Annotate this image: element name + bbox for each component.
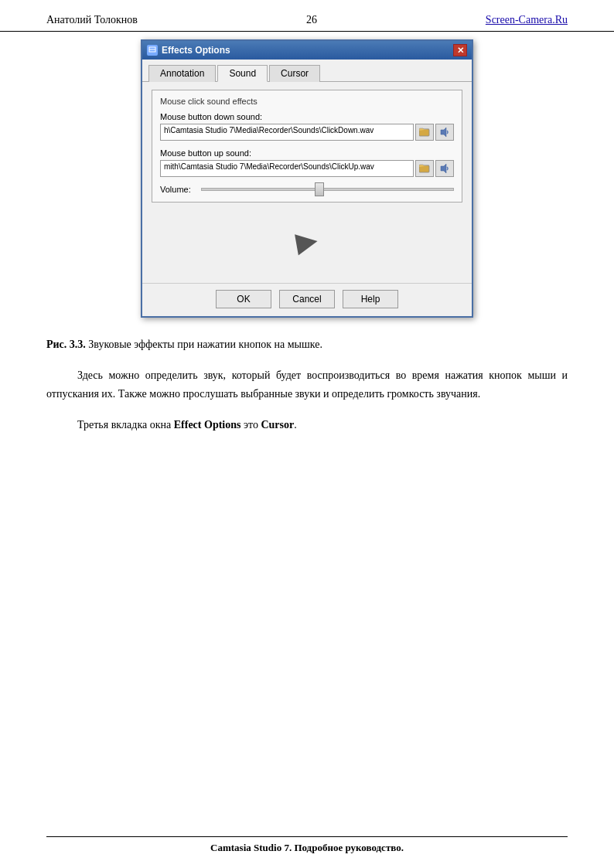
figure-text: Звуковые эффекты при нажатии кнопок на м… (86, 339, 322, 350)
cursor-display-area: ▶ (152, 210, 462, 272)
ok-button[interactable]: OK (216, 290, 271, 308)
site-link: Screen-Camera.Ru (486, 14, 568, 26)
body2-suffix: . (294, 419, 297, 431)
down-sound-label: Mouse button down sound: (160, 112, 454, 121)
volume-thumb[interactable] (315, 182, 324, 196)
effects-options-dialog: Effects Options ✕ Annotation Sound Curso… (141, 39, 473, 318)
body-text-1: Здесь можно определить звук, который буд… (46, 369, 568, 400)
folder-icon (419, 163, 430, 174)
dialog-titlebar: Effects Options ✕ (142, 41, 472, 60)
svg-marker-5 (441, 164, 446, 173)
down-sound-play-btn[interactable] (435, 124, 454, 141)
up-sound-input[interactable]: mith\Camtasia Studio 7\Media\Recorder\So… (160, 160, 414, 177)
dialog-wrapper: Effects Options ✕ Annotation Sound Curso… (0, 39, 614, 318)
down-sound-row: h\Camtasia Studio 7\Media\Recorder\Sound… (160, 124, 454, 141)
dialog-body: Mouse click sound effects Mouse button d… (142, 82, 472, 283)
tab-sound[interactable]: Sound (217, 65, 268, 82)
mouse-click-section: Mouse click sound effects Mouse button d… (152, 90, 462, 203)
footer-text: Camtasia Studio 7. Подробное руководство… (210, 842, 404, 853)
page-number: 26 (306, 14, 317, 26)
help-button[interactable]: Help (343, 290, 398, 308)
down-sound-browse-btn[interactable] (415, 124, 434, 141)
folder-icon (419, 127, 430, 138)
volume-row: Volume: (160, 185, 454, 194)
dialog-title: Effects Options (162, 45, 230, 56)
body2-mid: это (240, 419, 261, 431)
author-name: Анатолий Толокнов (46, 14, 138, 26)
body2-prefix: Третья вкладка окна (77, 419, 174, 431)
body2-bold2: Cursor (261, 419, 294, 431)
cursor-arrow-icon: ▶ (294, 223, 321, 259)
up-sound-play-btn[interactable] (435, 160, 454, 177)
volume-slider[interactable] (201, 188, 454, 191)
body-paragraph-1: Здесь можно определить звук, который буд… (0, 362, 614, 411)
up-sound-row: mith\Camtasia Studio 7\Media\Recorder\So… (160, 160, 454, 177)
dialog-footer: OK Cancel Help (142, 283, 472, 316)
cancel-button[interactable]: Cancel (279, 290, 335, 308)
dialog-tabs: Annotation Sound Cursor (142, 60, 472, 82)
volume-label: Volume: (160, 185, 195, 194)
body2-bold1: Effect Options (174, 419, 241, 431)
up-sound-label: Mouse button up sound: (160, 148, 454, 158)
page-header: Анатолий Толокнов 26 Screen-Camera.Ru (0, 0, 614, 32)
down-sound-input[interactable]: h\Camtasia Studio 7\Media\Recorder\Sound… (160, 124, 414, 141)
speaker-icon (439, 127, 450, 138)
section-label: Mouse click sound effects (160, 97, 454, 106)
svg-marker-3 (441, 128, 446, 137)
dialog-close-button[interactable]: ✕ (453, 44, 467, 56)
tab-annotation[interactable]: Annotation (148, 65, 216, 82)
page-footer: Camtasia Studio 7. Подробное руководство… (46, 836, 568, 854)
dialog-app-icon (147, 45, 158, 56)
up-sound-browse-btn[interactable] (415, 160, 434, 177)
speaker-icon (439, 163, 450, 174)
figure-caption: Рис. 3.3. Звуковые эффекты при нажатии к… (0, 330, 614, 362)
titlebar-left: Effects Options (147, 45, 230, 56)
body-paragraph-2: Третья вкладка окна Effect Options это C… (0, 411, 614, 442)
figure-label: Рис. 3.3. (46, 339, 86, 350)
tab-cursor[interactable]: Cursor (269, 65, 320, 82)
